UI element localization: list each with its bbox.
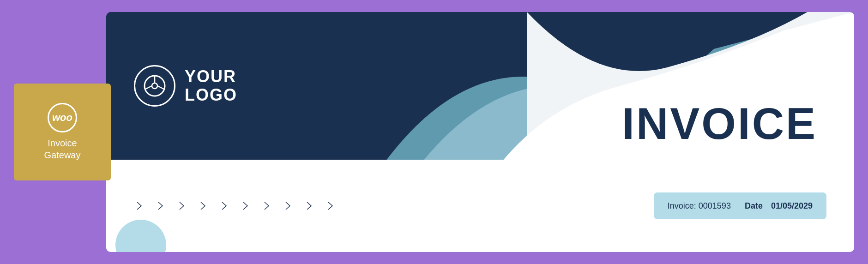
chevron-7: [261, 199, 274, 212]
invoice-number: Invoice: 0001593: [668, 201, 731, 211]
logo-area: YOUR LOGO: [134, 65, 237, 107]
chevron-1: [134, 199, 147, 212]
invoice-main-title: INVOICE: [622, 102, 817, 146]
card-footer: Invoice: 0001593 Date 01/05/2029: [106, 160, 854, 252]
svg-line-5: [157, 86, 164, 89]
decorative-circle: [115, 220, 166, 252]
invoice-card: YOUR LOGO INVOICE: [106, 12, 854, 252]
invoice-info-box: Invoice: 0001593 Date 01/05/2029: [654, 192, 826, 219]
sidebar-title: Invoice Gateway: [44, 137, 81, 161]
woo-logo-circle: woo: [48, 103, 77, 132]
chevron-6: [240, 199, 253, 212]
svg-line-4: [145, 86, 152, 89]
svg-point-2: [152, 83, 157, 89]
chevron-4: [198, 199, 211, 212]
chevron-8: [283, 199, 295, 212]
chevron-9: [304, 199, 317, 212]
steering-wheel-icon: [142, 73, 168, 99]
invoice-title-area: INVOICE: [622, 102, 817, 146]
chevron-5: [219, 199, 232, 212]
chevron-10: [325, 199, 338, 212]
chevron-3: [176, 199, 189, 212]
logo-circle: [134, 65, 175, 107]
chevron-2: [155, 199, 168, 212]
date-label: Date: [745, 201, 763, 211]
logo-text: YOUR LOGO: [185, 67, 237, 104]
woo-logo-text: woo: [52, 112, 72, 124]
date-value: 01/05/2029: [771, 201, 813, 211]
sidebar-badge: woo Invoice Gateway: [14, 84, 111, 180]
chevrons-row: [134, 199, 654, 212]
card-header: YOUR LOGO INVOICE: [106, 12, 854, 160]
